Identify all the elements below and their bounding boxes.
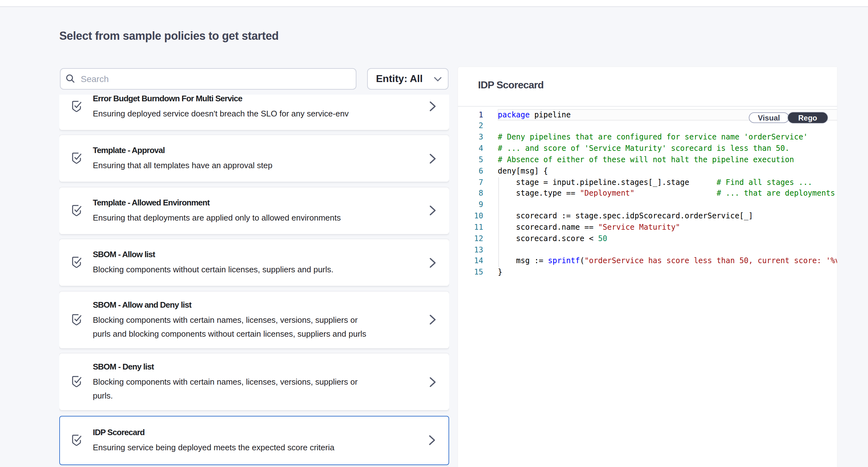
code-token: 50 (598, 234, 607, 243)
code-token: } (498, 268, 502, 277)
code-token: "Service Maturity" (598, 223, 680, 232)
policy-card[interactable]: Error Budget Burndown For Multi ServiceE… (59, 95, 449, 130)
code-token: # Find all stages ... (717, 178, 812, 186)
chevron-right-icon[interactable] (429, 101, 436, 112)
policy-card-description: Ensuring that all templates have an appr… (93, 159, 411, 173)
line-number: 5 (458, 155, 483, 166)
shield-check-icon (71, 376, 82, 389)
search-box (60, 68, 356, 89)
policy-card-title: SBOM - Allow and Deny list (93, 298, 411, 311)
policy-card-texts: SBOM - Allow listBlocking components wit… (93, 248, 411, 277)
line-number: 1 (458, 110, 483, 121)
policy-card-texts: IDP ScorecardEnsuring service being depl… (93, 426, 411, 455)
line-number: 2 (458, 121, 483, 132)
line-number: 13 (458, 244, 483, 256)
line-number: 4 (458, 143, 483, 155)
policy-card-texts: Error Budget Burndown For Multi ServiceE… (93, 95, 411, 120)
code-line: # ... and score of 'Service Maturity' sc… (498, 143, 837, 155)
line-number: 9 (458, 200, 483, 211)
line-number: 12 (458, 233, 483, 245)
policy-card-title: SBOM - Deny list (93, 361, 411, 373)
shield-check-icon (71, 256, 82, 269)
policy-card-title: SBOM - Allow list (93, 248, 411, 261)
line-number: 3 (458, 132, 483, 143)
line-number: 10 (458, 211, 483, 222)
chevron-right-icon[interactable] (429, 257, 436, 268)
code-token: scorecard.score < (498, 234, 598, 243)
sample-policies-page: Select from sample policies to get start… (0, 0, 868, 467)
policy-card-title: IDP Scorecard (93, 426, 411, 439)
policy-card-texts: Template - Allowed EnvironmentEnsuring t… (93, 196, 411, 225)
code-token: # ... and score of 'Service Maturity' sc… (498, 144, 789, 153)
policy-card[interactable]: IDP ScorecardEnsuring service being depl… (59, 415, 449, 465)
entity-filter-label: Entity: All (368, 73, 423, 84)
code-token (634, 189, 717, 198)
rego-toggle-button[interactable]: Rego (788, 112, 828, 123)
code-line: scorecard.name == "Service Maturity" (498, 222, 837, 233)
code-token: deny[msg] { (498, 166, 548, 175)
chevron-right-icon[interactable] (429, 314, 436, 325)
shield-check-icon (71, 313, 82, 327)
line-number: 8 (458, 188, 483, 200)
line-number: 15 (458, 267, 483, 279)
policy-card-title: Template - Approval (93, 144, 411, 157)
policy-card-texts: SBOM - Deny listBlocking components with… (93, 361, 411, 403)
policy-card[interactable]: Template - ApprovalEnsuring that all tem… (59, 135, 449, 182)
chevron-right-icon[interactable] (429, 205, 436, 216)
line-number: 7 (458, 177, 483, 188)
entity-filter-dropdown[interactable]: Entity: All (367, 68, 448, 89)
shield-check-icon (71, 100, 82, 113)
shield-check-icon (71, 152, 82, 165)
policy-card-title: Template - Allowed Environment (93, 196, 411, 209)
code-line: deny[msg] { (498, 166, 837, 177)
policy-card[interactable]: SBOM - Allow and Deny listBlocking compo… (59, 291, 449, 348)
code-token: # Deny pipelines that are configured for… (498, 133, 808, 141)
code-token: scorecard := stage.spec.idpScorecard.ord… (498, 211, 753, 220)
policy-card-texts: SBOM - Allow and Deny listBlocking compo… (93, 298, 411, 341)
code-token: stage = input.pipeline.stages[_].stage (498, 178, 717, 186)
policy-card[interactable]: SBOM - Deny listBlocking components with… (59, 353, 449, 410)
policy-card-description: Ensuring service being deployed meets th… (93, 440, 411, 455)
code-token: # Absence of either of these will not ha… (498, 155, 794, 164)
policy-card[interactable]: SBOM - Allow listBlocking components wit… (59, 239, 449, 286)
chevron-right-icon[interactable] (428, 435, 436, 445)
policy-card-title: Error Budget Burndown For Multi Service (93, 95, 411, 105)
panel-title: IDP Scorecard (478, 78, 544, 92)
code-line: scorecard := stage.spec.idpScorecard.ord… (498, 211, 837, 222)
code-content[interactable]: package pipeline# Deny pipelines that ar… (498, 110, 837, 278)
code-token: msg := (498, 257, 548, 265)
policy-card-description: Blocking components with certain names, … (93, 313, 411, 341)
page-title: Select from sample policies to get start… (59, 28, 279, 43)
policy-list: Error Budget Burndown For Multi ServiceE… (59, 95, 449, 467)
code-token: pipeline (530, 110, 570, 119)
visual-toggle-button[interactable]: Visual (749, 112, 789, 123)
code-line: scorecard.score < 50 (498, 233, 837, 245)
code-line: stage.type == "Deployment" # ... that ar… (498, 188, 837, 200)
policy-card-description: Ensuring deployed service doesn't breach… (93, 107, 411, 120)
chevron-right-icon[interactable] (429, 153, 436, 164)
line-number-gutter: 123456789101112131415 (458, 110, 483, 278)
search-input[interactable] (75, 74, 356, 84)
policy-card[interactable]: Template - Allowed EnvironmentEnsuring t… (59, 187, 449, 234)
code-line: stage = input.pipeline.stages[_].stage #… (498, 177, 837, 188)
shield-check-icon (71, 204, 82, 217)
code-line: # Deny pipelines that are configured for… (498, 132, 837, 143)
code-token: scorecard.name == (498, 223, 598, 232)
top-bar (0, 0, 868, 7)
code-line: } (498, 267, 837, 279)
line-number: 6 (458, 166, 483, 177)
code-token: ( (580, 257, 584, 265)
chevron-right-icon[interactable] (429, 376, 436, 387)
policy-card-description: Ensuring that deployments are applied on… (93, 211, 411, 225)
shield-check-icon (71, 434, 82, 447)
policy-card-texts: Template - ApprovalEnsuring that all tem… (93, 144, 411, 173)
search-icon (66, 74, 75, 83)
code-line (498, 200, 837, 211)
editor-mode-toggle: Visual Rego (749, 112, 828, 123)
panel-divider (458, 106, 837, 106)
code-token: "orderService has score less than 50, cu… (584, 257, 837, 265)
code-editor: 123456789101112131415 package pipeline# … (458, 110, 837, 467)
line-number: 11 (458, 222, 483, 233)
line-number: 14 (458, 256, 483, 267)
chevron-down-icon (434, 77, 441, 81)
